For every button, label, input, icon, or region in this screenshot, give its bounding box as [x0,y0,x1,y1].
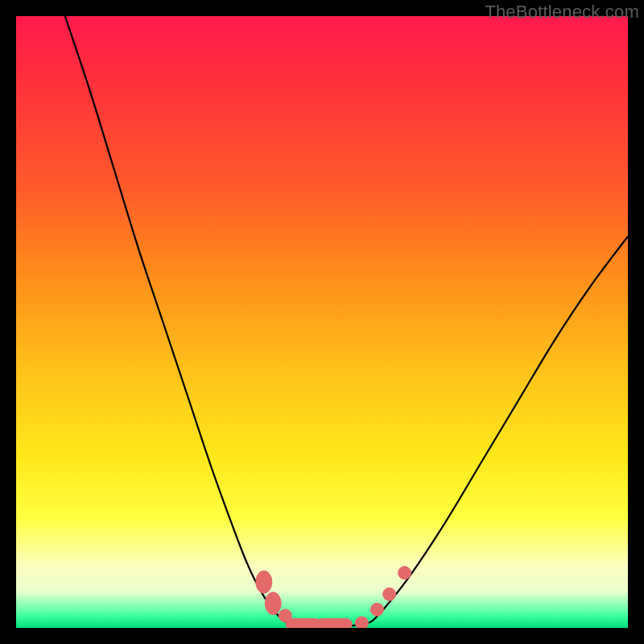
marker-dot [355,617,368,628]
marker-layer [256,567,411,628]
marker-bar [286,618,321,628]
marker-blob [256,571,272,593]
watermark-text: TheBottleneck.com [485,2,639,23]
marker-bar [316,618,352,628]
curve-path [65,16,628,626]
chart-frame: TheBottleneck.com [0,0,644,644]
bottleneck-curve [16,16,628,628]
plot-area [16,16,628,628]
marker-dot [370,603,383,616]
marker-dot [383,588,396,601]
marker-blob [265,592,281,615]
marker-dot [398,567,411,580]
